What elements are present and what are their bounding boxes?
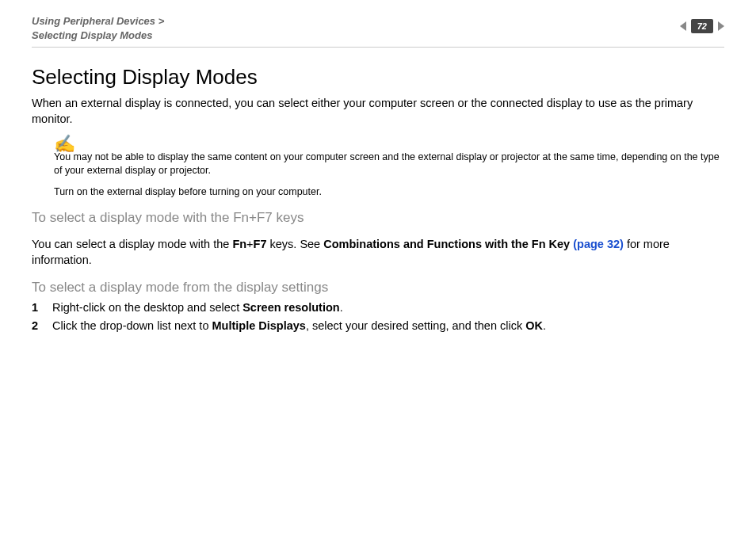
intro-paragraph: When an external display is connected, y…: [32, 96, 724, 127]
link-label: Combinations and Functions with the Fn K…: [323, 238, 573, 250]
page-title: Selecting Display Modes: [32, 65, 724, 90]
fn-key-label: Fn: [232, 238, 246, 250]
page-link[interactable]: (page 32): [573, 238, 624, 250]
note-block: ✍ You may not be able to display the sam…: [54, 136, 724, 198]
screen-resolution-label: Screen resolution: [242, 301, 339, 314]
page-header: Using Peripheral Devices > Selecting Dis…: [32, 14, 724, 48]
section2-heading: To select a display mode from the displa…: [32, 280, 724, 296]
multiple-displays-label: Multiple Displays: [212, 319, 305, 332]
note-text-2: Turn on the external display before turn…: [54, 185, 724, 199]
page-number: 72: [691, 19, 713, 33]
breadcrumb-line2: Selecting Display Modes: [32, 29, 152, 41]
text: .: [340, 301, 343, 314]
step-1: Right-click on the desktop and select Sc…: [32, 300, 724, 316]
next-page-icon[interactable]: [718, 21, 724, 31]
text: keys. See: [266, 238, 323, 250]
text: , select your desired setting, and then …: [306, 319, 525, 332]
ok-label: OK: [525, 319, 543, 332]
breadcrumb-line1: Using Peripheral Devices >: [32, 15, 164, 27]
text: .: [543, 319, 546, 332]
breadcrumb: Using Peripheral Devices > Selecting Dis…: [32, 14, 164, 42]
text: Click the drop-down list next to: [52, 319, 212, 332]
text: Right-click on the desktop and select: [52, 301, 242, 314]
prev-page-icon[interactable]: [680, 21, 686, 31]
step-2: Click the drop-down list next to Multipl…: [32, 318, 724, 334]
page-nav: 72: [680, 14, 724, 33]
section1-heading: To select a display mode with the Fn+F7 …: [32, 210, 724, 226]
f7-key-label: F7: [254, 238, 267, 250]
text: You can select a display mode with the: [32, 238, 232, 250]
section1-body: You can select a display mode with the F…: [32, 237, 724, 268]
note-text-1: You may not be able to display the same …: [54, 151, 724, 177]
text: +: [246, 238, 253, 250]
steps-list: Right-click on the desktop and select Sc…: [32, 300, 724, 334]
